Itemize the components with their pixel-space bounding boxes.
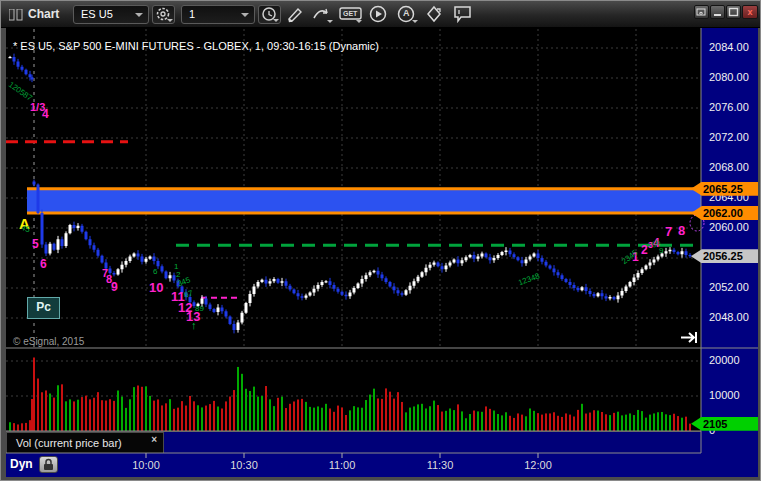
candle-body <box>369 272 372 275</box>
candle-body <box>153 257 156 262</box>
volume-bar <box>633 415 635 431</box>
chart-plot <box>1 1 761 481</box>
volume-bar <box>221 408 223 431</box>
volume-bar <box>361 408 363 431</box>
candle-body <box>277 279 280 283</box>
candle-body <box>297 293 300 296</box>
volume-bar <box>565 413 567 431</box>
volume-bar <box>585 414 587 431</box>
indicator-badge-pc[interactable]: Pc <box>27 297 60 319</box>
candle-body <box>637 273 640 278</box>
volume-bar <box>357 407 359 431</box>
candle-body <box>225 311 228 316</box>
candle-body <box>233 324 236 330</box>
volume-bar <box>389 392 391 431</box>
candle-body <box>281 281 284 283</box>
volume-bar <box>349 410 351 431</box>
volume-bar <box>137 386 139 432</box>
candle-body <box>165 272 168 279</box>
candle-body <box>9 57 12 58</box>
volume-bar <box>213 401 215 431</box>
volume-bar <box>329 408 331 431</box>
candle-body <box>173 275 176 280</box>
volume-bar <box>9 422 11 431</box>
candle-body <box>269 281 272 283</box>
candle-body <box>453 260 456 263</box>
volume-bar <box>581 404 583 431</box>
candle-body <box>241 313 244 323</box>
volume-bar <box>653 413 655 431</box>
volume-bar <box>31 399 33 431</box>
candle-body <box>685 251 688 255</box>
volume-bar <box>365 400 367 431</box>
volume-bar <box>689 424 691 431</box>
volume-bar <box>393 399 395 431</box>
volume-bar <box>449 408 451 431</box>
candle-body <box>101 256 104 263</box>
candle-body <box>609 297 612 299</box>
volume-bar <box>445 411 447 431</box>
volume-bar <box>573 416 575 431</box>
candle-body <box>217 308 220 313</box>
volume-bar <box>569 415 571 431</box>
candle-body <box>349 293 352 297</box>
volume-bar <box>25 423 27 431</box>
candle-body <box>41 213 44 245</box>
volume-bar <box>209 404 211 431</box>
candle-body <box>445 266 448 270</box>
candle-body <box>613 297 616 299</box>
candle-body <box>473 255 476 259</box>
candle-body <box>301 296 304 298</box>
candle-body <box>237 323 240 331</box>
candle-body <box>365 275 368 279</box>
volume-bar <box>321 408 323 431</box>
volume-bar <box>521 415 523 431</box>
candle-body <box>597 293 600 296</box>
volume-bar <box>485 406 487 431</box>
volume-bar <box>517 413 519 431</box>
candle-body <box>529 257 532 260</box>
candle-body <box>605 296 608 298</box>
candle-body <box>341 292 344 295</box>
volume-bar <box>497 414 499 431</box>
candle-body <box>73 225 76 228</box>
candle-body <box>137 254 140 257</box>
volume-bar <box>245 389 247 431</box>
volume-bar <box>165 403 167 431</box>
letter-a-marker: A <box>19 215 30 232</box>
candle-body <box>117 269 120 274</box>
candle-body <box>361 279 364 284</box>
volume-bar <box>161 405 163 431</box>
volume-bar <box>477 411 479 431</box>
candle-body <box>245 303 248 313</box>
volume-bar <box>273 406 275 431</box>
volume-bar <box>37 379 39 432</box>
candle-body <box>617 296 620 300</box>
volume-bar <box>225 401 227 431</box>
candle-body <box>469 255 472 257</box>
candle-body <box>465 257 468 260</box>
candle-body <box>497 255 500 258</box>
candle-body <box>421 272 424 277</box>
volume-bar <box>413 406 415 431</box>
candle-body <box>629 282 632 287</box>
candle-body <box>565 279 568 282</box>
copyright-text: © eSignal, 2015 <box>13 336 84 347</box>
candle-body <box>89 239 92 245</box>
candle-body <box>457 260 460 264</box>
candle-body <box>33 182 36 185</box>
volume-bar <box>417 404 419 431</box>
candle-body <box>97 250 100 256</box>
go-to-end-icon[interactable] <box>679 329 701 346</box>
volume-bar <box>409 408 411 431</box>
candle-body <box>305 296 308 298</box>
volume-bar <box>69 399 71 431</box>
candle-body <box>389 282 392 287</box>
candle-body <box>85 232 88 240</box>
volume-bar <box>181 401 183 431</box>
candle-body <box>553 269 556 273</box>
candle-body <box>109 269 112 274</box>
volume-bar <box>73 401 75 431</box>
volume-bar <box>149 396 151 431</box>
volume-bar <box>269 399 271 431</box>
